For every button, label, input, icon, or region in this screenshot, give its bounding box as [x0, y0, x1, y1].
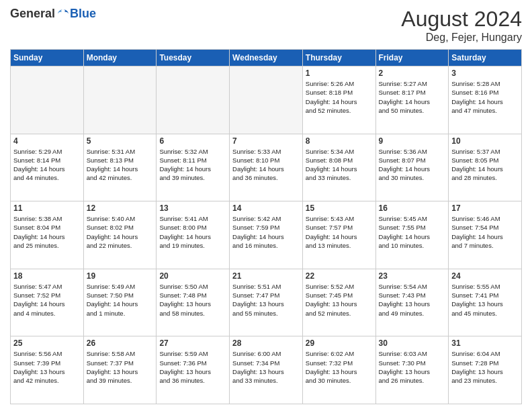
day-number: 18	[13, 271, 81, 281]
calendar-cell: 15Sunrise: 5:43 AM Sunset: 7:57 PM Dayli…	[302, 201, 375, 269]
day-number: 16	[379, 203, 446, 213]
day-number: 21	[232, 271, 300, 281]
weekday-header-row: SundayMondayTuesdayWednesdayThursdayFrid…	[11, 50, 522, 66]
calendar-cell: 4Sunrise: 5:29 AM Sunset: 8:14 PM Daylig…	[11, 134, 84, 201]
day-number: 6	[159, 136, 226, 146]
calendar-cell: 2Sunrise: 5:27 AM Sunset: 8:17 PM Daylig…	[375, 66, 449, 134]
day-info: Sunrise: 5:31 AM Sunset: 8:13 PM Dayligh…	[87, 147, 154, 183]
day-number: 7	[232, 136, 300, 146]
day-info: Sunrise: 5:58 AM Sunset: 7:37 PM Dayligh…	[87, 349, 154, 385]
day-info: Sunrise: 5:26 AM Sunset: 8:18 PM Dayligh…	[306, 79, 373, 115]
day-number: 12	[87, 203, 154, 213]
calendar-cell	[230, 66, 303, 134]
day-info: Sunrise: 5:56 AM Sunset: 7:39 PM Dayligh…	[13, 349, 81, 385]
title-block: August 2024 Deg, Fejer, Hungary	[401, 7, 522, 44]
calendar-cell: 29Sunrise: 6:02 AM Sunset: 7:32 PM Dayli…	[302, 336, 375, 404]
calendar-cell: 27Sunrise: 5:59 AM Sunset: 7:36 PM Dayli…	[157, 336, 230, 404]
day-info: Sunrise: 6:03 AM Sunset: 7:30 PM Dayligh…	[379, 349, 446, 385]
calendar-cell	[11, 66, 84, 134]
calendar-cell: 30Sunrise: 6:03 AM Sunset: 7:30 PM Dayli…	[375, 336, 449, 404]
calendar-cell: 14Sunrise: 5:42 AM Sunset: 7:59 PM Dayli…	[230, 201, 303, 269]
day-info: Sunrise: 5:45 AM Sunset: 7:55 PM Dayligh…	[379, 214, 446, 250]
weekday-saturday: Saturday	[449, 50, 522, 66]
weekday-sunday: Sunday	[11, 50, 84, 66]
day-number: 11	[13, 203, 81, 213]
day-number: 5	[87, 136, 154, 146]
calendar-cell: 8Sunrise: 5:34 AM Sunset: 8:08 PM Daylig…	[302, 134, 375, 201]
day-number: 14	[232, 203, 300, 213]
day-info: Sunrise: 5:59 AM Sunset: 7:36 PM Dayligh…	[159, 349, 226, 385]
day-info: Sunrise: 5:28 AM Sunset: 8:16 PM Dayligh…	[451, 79, 519, 115]
calendar-cell: 7Sunrise: 5:33 AM Sunset: 8:10 PM Daylig…	[230, 134, 303, 201]
day-info: Sunrise: 5:51 AM Sunset: 7:47 PM Dayligh…	[232, 282, 300, 318]
calendar-cell: 1Sunrise: 5:26 AM Sunset: 8:18 PM Daylig…	[302, 66, 375, 134]
day-info: Sunrise: 5:54 AM Sunset: 7:43 PM Dayligh…	[379, 282, 446, 318]
day-number: 23	[379, 271, 446, 281]
weekday-thursday: Thursday	[302, 50, 375, 66]
logo-general-text: General	[10, 7, 55, 21]
calendar-cell: 18Sunrise: 5:47 AM Sunset: 7:52 PM Dayli…	[11, 269, 84, 336]
calendar-cell: 10Sunrise: 5:37 AM Sunset: 8:05 PM Dayli…	[449, 134, 522, 201]
day-number: 4	[13, 136, 81, 146]
day-info: Sunrise: 5:50 AM Sunset: 7:48 PM Dayligh…	[159, 282, 226, 318]
day-info: Sunrise: 6:02 AM Sunset: 7:32 PM Dayligh…	[306, 349, 373, 385]
week-row-4: 18Sunrise: 5:47 AM Sunset: 7:52 PM Dayli…	[11, 269, 522, 336]
day-number: 22	[306, 271, 373, 281]
day-info: Sunrise: 5:38 AM Sunset: 8:04 PM Dayligh…	[13, 214, 81, 250]
calendar-cell: 31Sunrise: 6:04 AM Sunset: 7:28 PM Dayli…	[449, 336, 522, 404]
day-info: Sunrise: 5:47 AM Sunset: 7:52 PM Dayligh…	[13, 282, 81, 318]
calendar-cell: 23Sunrise: 5:54 AM Sunset: 7:43 PM Dayli…	[375, 269, 449, 336]
day-info: Sunrise: 5:55 AM Sunset: 7:41 PM Dayligh…	[451, 282, 519, 318]
calendar-cell: 25Sunrise: 5:56 AM Sunset: 7:39 PM Dayli…	[11, 336, 84, 404]
calendar-cell: 9Sunrise: 5:36 AM Sunset: 8:07 PM Daylig…	[375, 134, 449, 201]
calendar-cell: 21Sunrise: 5:51 AM Sunset: 7:47 PM Dayli…	[230, 269, 303, 336]
day-info: Sunrise: 5:40 AM Sunset: 8:02 PM Dayligh…	[87, 214, 154, 250]
calendar-cell: 5Sunrise: 5:31 AM Sunset: 8:13 PM Daylig…	[83, 134, 157, 201]
week-row-3: 11Sunrise: 5:38 AM Sunset: 8:04 PM Dayli…	[11, 201, 522, 269]
day-number: 29	[306, 338, 373, 348]
week-row-2: 4Sunrise: 5:29 AM Sunset: 8:14 PM Daylig…	[11, 134, 522, 201]
page: General Blue August 2024 Deg, Fejer, Hun…	[0, 0, 532, 411]
day-number: 31	[451, 338, 519, 348]
day-info: Sunrise: 5:27 AM Sunset: 8:17 PM Dayligh…	[379, 79, 446, 115]
calendar-cell: 13Sunrise: 5:41 AM Sunset: 8:00 PM Dayli…	[157, 201, 230, 269]
calendar-cell: 17Sunrise: 5:46 AM Sunset: 7:54 PM Dayli…	[449, 201, 522, 269]
day-number: 28	[232, 338, 300, 348]
weekday-friday: Friday	[375, 50, 449, 66]
day-number: 25	[13, 338, 81, 348]
day-info: Sunrise: 5:41 AM Sunset: 8:00 PM Dayligh…	[159, 214, 226, 250]
calendar-cell: 19Sunrise: 5:49 AM Sunset: 7:50 PM Dayli…	[83, 269, 157, 336]
month-year: August 2024	[401, 7, 522, 32]
day-number: 30	[379, 338, 446, 348]
day-info: Sunrise: 5:33 AM Sunset: 8:10 PM Dayligh…	[232, 147, 300, 183]
day-info: Sunrise: 5:49 AM Sunset: 7:50 PM Dayligh…	[87, 282, 154, 318]
day-number: 13	[159, 203, 226, 213]
day-number: 19	[87, 271, 154, 281]
calendar-cell: 26Sunrise: 5:58 AM Sunset: 7:37 PM Dayli…	[83, 336, 157, 404]
day-info: Sunrise: 5:42 AM Sunset: 7:59 PM Dayligh…	[232, 214, 300, 250]
day-info: Sunrise: 5:52 AM Sunset: 7:45 PM Dayligh…	[306, 282, 373, 318]
weekday-monday: Monday	[83, 50, 157, 66]
day-number: 20	[159, 271, 226, 281]
day-info: Sunrise: 5:43 AM Sunset: 7:57 PM Dayligh…	[306, 214, 373, 250]
day-info: Sunrise: 5:46 AM Sunset: 7:54 PM Dayligh…	[451, 214, 519, 250]
weekday-tuesday: Tuesday	[157, 50, 230, 66]
day-number: 3	[451, 68, 519, 78]
weekday-wednesday: Wednesday	[230, 50, 303, 66]
calendar-cell: 28Sunrise: 6:00 AM Sunset: 7:34 PM Dayli…	[230, 336, 303, 404]
day-info: Sunrise: 5:32 AM Sunset: 8:11 PM Dayligh…	[159, 147, 226, 183]
calendar-cell: 22Sunrise: 5:52 AM Sunset: 7:45 PM Dayli…	[302, 269, 375, 336]
calendar-table: SundayMondayTuesdayWednesdayThursdayFrid…	[10, 49, 522, 404]
day-number: 26	[87, 338, 154, 348]
calendar-cell: 24Sunrise: 5:55 AM Sunset: 7:41 PM Dayli…	[449, 269, 522, 336]
day-info: Sunrise: 5:34 AM Sunset: 8:08 PM Dayligh…	[306, 147, 373, 183]
calendar-cell: 12Sunrise: 5:40 AM Sunset: 8:02 PM Dayli…	[83, 201, 157, 269]
calendar-cell: 11Sunrise: 5:38 AM Sunset: 8:04 PM Dayli…	[11, 201, 84, 269]
calendar-cell: 3Sunrise: 5:28 AM Sunset: 8:16 PM Daylig…	[449, 66, 522, 134]
day-number: 17	[451, 203, 519, 213]
logo-bird-icon	[56, 7, 70, 21]
day-number: 8	[306, 136, 373, 146]
week-row-1: 1Sunrise: 5:26 AM Sunset: 8:18 PM Daylig…	[11, 66, 522, 134]
day-number: 2	[379, 68, 446, 78]
day-number: 27	[159, 338, 226, 348]
